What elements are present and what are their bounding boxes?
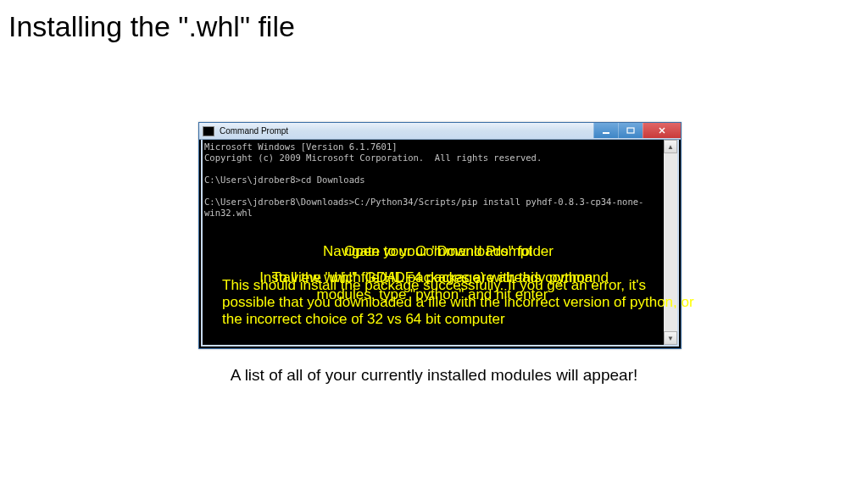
scroll-up-button[interactable]: ▲ — [664, 140, 677, 153]
window-title: Command Prompt — [220, 126, 288, 136]
close-button[interactable] — [643, 123, 681, 138]
cmd-line: Microsoft Windows [Version 6.1.7601] — [204, 141, 398, 152]
page-title: Installing the ".whl" file — [8, 10, 295, 43]
window-controls — [593, 123, 681, 138]
cmd-line: C:\Users\jdrober8>cd Downloads — [204, 175, 365, 185]
svg-rect-1 — [627, 128, 634, 133]
overlay-error-note: This should install the package successf… — [222, 277, 697, 328]
scroll-down-button[interactable]: ▼ — [664, 331, 677, 345]
overlay-navigate: Navigate to your "Downloads" folder — [298, 243, 578, 260]
cmd-icon — [203, 126, 214, 136]
svg-rect-0 — [603, 132, 609, 134]
minimize-button[interactable] — [593, 123, 618, 138]
cmd-line: Copyright (c) 2009 Microsoft Corporation… — [204, 152, 542, 163]
title-bar: Command Prompt — [199, 123, 681, 140]
cmd-line: C:\Users\jdrober8\Downloads>C:/Python34/… — [204, 197, 643, 218]
maximize-button[interactable] — [618, 123, 643, 138]
caption: A list of all of your currently installe… — [0, 366, 868, 385]
